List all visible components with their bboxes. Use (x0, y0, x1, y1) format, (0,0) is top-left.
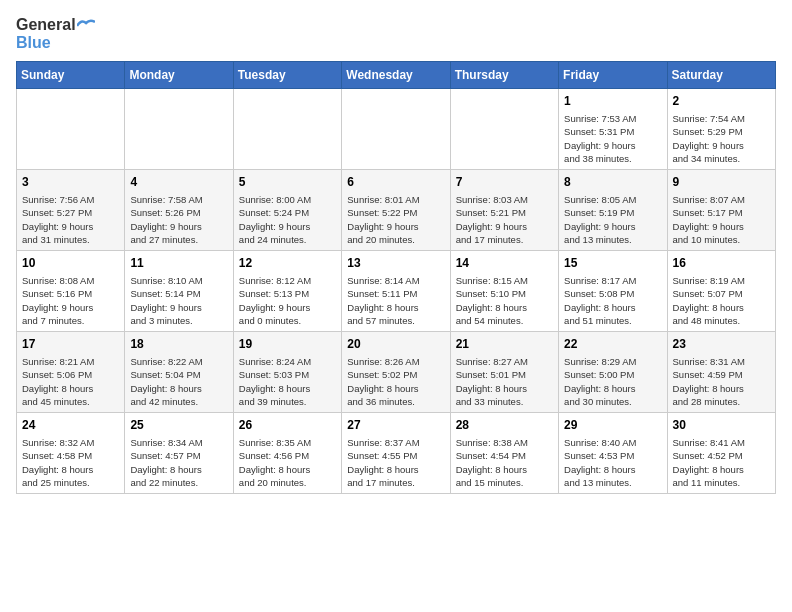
day-number: 30 (673, 417, 770, 434)
day-info: Sunrise: 8:08 AM Sunset: 5:16 PM Dayligh… (22, 274, 119, 327)
calendar-cell (125, 89, 233, 170)
day-info: Sunrise: 8:07 AM Sunset: 5:17 PM Dayligh… (673, 193, 770, 246)
day-number: 18 (130, 336, 227, 353)
day-info: Sunrise: 8:10 AM Sunset: 5:14 PM Dayligh… (130, 274, 227, 327)
day-info: Sunrise: 8:19 AM Sunset: 5:07 PM Dayligh… (673, 274, 770, 327)
day-info: Sunrise: 8:32 AM Sunset: 4:58 PM Dayligh… (22, 436, 119, 489)
day-number: 1 (564, 93, 661, 110)
day-info: Sunrise: 8:22 AM Sunset: 5:04 PM Dayligh… (130, 355, 227, 408)
calendar-cell: 2Sunrise: 7:54 AM Sunset: 5:29 PM Daylig… (667, 89, 775, 170)
calendar-week-row: 17Sunrise: 8:21 AM Sunset: 5:06 PM Dayli… (17, 332, 776, 413)
day-number: 6 (347, 174, 444, 191)
calendar-cell: 11Sunrise: 8:10 AM Sunset: 5:14 PM Dayli… (125, 251, 233, 332)
calendar-cell (450, 89, 558, 170)
day-number: 16 (673, 255, 770, 272)
day-info: Sunrise: 8:14 AM Sunset: 5:11 PM Dayligh… (347, 274, 444, 327)
calendar-cell: 14Sunrise: 8:15 AM Sunset: 5:10 PM Dayli… (450, 251, 558, 332)
day-number: 11 (130, 255, 227, 272)
calendar-cell: 27Sunrise: 8:37 AM Sunset: 4:55 PM Dayli… (342, 413, 450, 494)
calendar-cell: 20Sunrise: 8:26 AM Sunset: 5:02 PM Dayli… (342, 332, 450, 413)
calendar-body: 1Sunrise: 7:53 AM Sunset: 5:31 PM Daylig… (17, 89, 776, 494)
calendar-week-row: 1Sunrise: 7:53 AM Sunset: 5:31 PM Daylig… (17, 89, 776, 170)
day-info: Sunrise: 7:53 AM Sunset: 5:31 PM Dayligh… (564, 112, 661, 165)
day-number: 5 (239, 174, 336, 191)
day-info: Sunrise: 8:35 AM Sunset: 4:56 PM Dayligh… (239, 436, 336, 489)
calendar-cell: 3Sunrise: 7:56 AM Sunset: 5:27 PM Daylig… (17, 170, 125, 251)
day-info: Sunrise: 8:12 AM Sunset: 5:13 PM Dayligh… (239, 274, 336, 327)
day-info: Sunrise: 8:24 AM Sunset: 5:03 PM Dayligh… (239, 355, 336, 408)
day-info: Sunrise: 8:31 AM Sunset: 4:59 PM Dayligh… (673, 355, 770, 408)
calendar-cell: 29Sunrise: 8:40 AM Sunset: 4:53 PM Dayli… (559, 413, 667, 494)
day-number: 25 (130, 417, 227, 434)
calendar-cell: 22Sunrise: 8:29 AM Sunset: 5:00 PM Dayli… (559, 332, 667, 413)
day-info: Sunrise: 8:40 AM Sunset: 4:53 PM Dayligh… (564, 436, 661, 489)
calendar-cell: 30Sunrise: 8:41 AM Sunset: 4:52 PM Dayli… (667, 413, 775, 494)
day-info: Sunrise: 8:15 AM Sunset: 5:10 PM Dayligh… (456, 274, 553, 327)
day-number: 8 (564, 174, 661, 191)
day-info: Sunrise: 7:56 AM Sunset: 5:27 PM Dayligh… (22, 193, 119, 246)
day-info: Sunrise: 8:27 AM Sunset: 5:01 PM Dayligh… (456, 355, 553, 408)
day-info: Sunrise: 8:26 AM Sunset: 5:02 PM Dayligh… (347, 355, 444, 408)
day-info: Sunrise: 8:21 AM Sunset: 5:06 PM Dayligh… (22, 355, 119, 408)
day-number: 21 (456, 336, 553, 353)
weekday-label: Saturday (667, 62, 775, 89)
weekday-label: Thursday (450, 62, 558, 89)
day-number: 14 (456, 255, 553, 272)
day-number: 12 (239, 255, 336, 272)
weekday-label: Wednesday (342, 62, 450, 89)
calendar-cell: 19Sunrise: 8:24 AM Sunset: 5:03 PM Dayli… (233, 332, 341, 413)
weekday-label: Sunday (17, 62, 125, 89)
calendar-week-row: 10Sunrise: 8:08 AM Sunset: 5:16 PM Dayli… (17, 251, 776, 332)
weekday-label: Friday (559, 62, 667, 89)
day-info: Sunrise: 8:38 AM Sunset: 4:54 PM Dayligh… (456, 436, 553, 489)
day-number: 19 (239, 336, 336, 353)
day-info: Sunrise: 8:34 AM Sunset: 4:57 PM Dayligh… (130, 436, 227, 489)
weekday-label: Monday (125, 62, 233, 89)
day-info: Sunrise: 8:41 AM Sunset: 4:52 PM Dayligh… (673, 436, 770, 489)
day-number: 24 (22, 417, 119, 434)
calendar-cell: 1Sunrise: 7:53 AM Sunset: 5:31 PM Daylig… (559, 89, 667, 170)
day-number: 3 (22, 174, 119, 191)
calendar-cell: 4Sunrise: 7:58 AM Sunset: 5:26 PM Daylig… (125, 170, 233, 251)
day-info: Sunrise: 8:29 AM Sunset: 5:00 PM Dayligh… (564, 355, 661, 408)
calendar-cell: 23Sunrise: 8:31 AM Sunset: 4:59 PM Dayli… (667, 332, 775, 413)
calendar-table: SundayMondayTuesdayWednesdayThursdayFrid… (16, 61, 776, 494)
calendar-cell: 18Sunrise: 8:22 AM Sunset: 5:04 PM Dayli… (125, 332, 233, 413)
day-number: 26 (239, 417, 336, 434)
day-number: 23 (673, 336, 770, 353)
day-info: Sunrise: 8:37 AM Sunset: 4:55 PM Dayligh… (347, 436, 444, 489)
day-number: 13 (347, 255, 444, 272)
calendar-cell: 5Sunrise: 8:00 AM Sunset: 5:24 PM Daylig… (233, 170, 341, 251)
calendar-cell: 16Sunrise: 8:19 AM Sunset: 5:07 PM Dayli… (667, 251, 775, 332)
calendar-cell: 24Sunrise: 8:32 AM Sunset: 4:58 PM Dayli… (17, 413, 125, 494)
day-info: Sunrise: 8:01 AM Sunset: 5:22 PM Dayligh… (347, 193, 444, 246)
calendar-cell: 6Sunrise: 8:01 AM Sunset: 5:22 PM Daylig… (342, 170, 450, 251)
day-number: 20 (347, 336, 444, 353)
calendar-cell: 7Sunrise: 8:03 AM Sunset: 5:21 PM Daylig… (450, 170, 558, 251)
calendar-cell: 17Sunrise: 8:21 AM Sunset: 5:06 PM Dayli… (17, 332, 125, 413)
day-number: 17 (22, 336, 119, 353)
day-info: Sunrise: 7:58 AM Sunset: 5:26 PM Dayligh… (130, 193, 227, 246)
calendar-cell: 26Sunrise: 8:35 AM Sunset: 4:56 PM Dayli… (233, 413, 341, 494)
weekday-header-row: SundayMondayTuesdayWednesdayThursdayFrid… (17, 62, 776, 89)
calendar-week-row: 24Sunrise: 8:32 AM Sunset: 4:58 PM Dayli… (17, 413, 776, 494)
day-info: Sunrise: 8:03 AM Sunset: 5:21 PM Dayligh… (456, 193, 553, 246)
logo-bird-icon (77, 19, 95, 33)
day-info: Sunrise: 8:17 AM Sunset: 5:08 PM Dayligh… (564, 274, 661, 327)
calendar-week-row: 3Sunrise: 7:56 AM Sunset: 5:27 PM Daylig… (17, 170, 776, 251)
day-info: Sunrise: 8:05 AM Sunset: 5:19 PM Dayligh… (564, 193, 661, 246)
calendar-cell: 13Sunrise: 8:14 AM Sunset: 5:11 PM Dayli… (342, 251, 450, 332)
calendar-cell: 8Sunrise: 8:05 AM Sunset: 5:19 PM Daylig… (559, 170, 667, 251)
day-number: 9 (673, 174, 770, 191)
day-number: 22 (564, 336, 661, 353)
logo: General Blue (16, 16, 95, 51)
day-info: Sunrise: 8:00 AM Sunset: 5:24 PM Dayligh… (239, 193, 336, 246)
calendar-cell: 10Sunrise: 8:08 AM Sunset: 5:16 PM Dayli… (17, 251, 125, 332)
calendar-cell (233, 89, 341, 170)
day-number: 4 (130, 174, 227, 191)
calendar-cell: 25Sunrise: 8:34 AM Sunset: 4:57 PM Dayli… (125, 413, 233, 494)
logo-text: General Blue (16, 16, 95, 51)
calendar-cell (342, 89, 450, 170)
day-number: 2 (673, 93, 770, 110)
page-header: General Blue (16, 16, 776, 51)
